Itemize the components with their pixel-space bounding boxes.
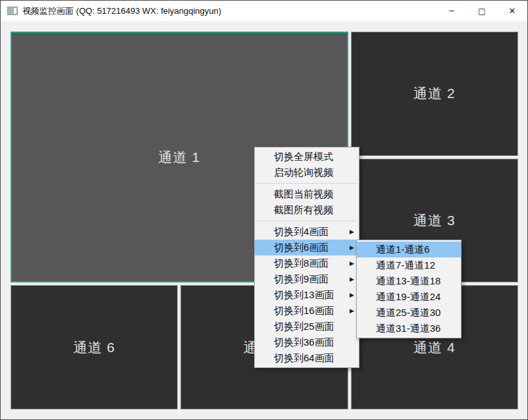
menu-item-snapshot-current[interactable]: 截图当前视频 [255, 186, 359, 202]
menu-item-label: 切换到25画面 [274, 321, 334, 332]
channel-label-4: 通道 4 [413, 338, 456, 357]
window-title: 视频监控画面 (QQ: 517216493 WX: feiyangqingyun… [22, 5, 221, 17]
channel-label-2: 通道 2 [413, 84, 456, 103]
menu-item-switch-13[interactable]: 切换到13画面 ▶ [255, 287, 359, 303]
menu-item-label: 切换全屏模式 [274, 151, 333, 162]
menu-item-switch-6[interactable]: 切换到6画面 ▶ [255, 240, 359, 255]
channel-label-6: 通道 6 [73, 338, 115, 357]
menu-item-label: 切换到9画面 [274, 273, 329, 284]
menu-item-switch-8[interactable]: 切换到8画面 ▶ [255, 255, 359, 271]
menu-item-switch-25[interactable]: 切换到25画面 [255, 319, 359, 334]
menu-item-snapshot-all[interactable]: 截图所有视频 [255, 202, 359, 218]
menu-item-label: 通道7-通道12 [376, 259, 435, 271]
submenu-item-ch13-ch18[interactable]: 通道13-通道18 [357, 273, 461, 289]
submenu-item-ch7-ch12[interactable]: 通道7-通道12 [357, 257, 461, 273]
menu-item-label: 切换到64画面 [274, 352, 334, 363]
menu-item-switch-36[interactable]: 切换到36画面 [255, 334, 359, 350]
menu-item-label: 启动轮询视频 [274, 167, 333, 178]
menu-item-switch-64[interactable]: 切换到64画面 [255, 350, 359, 366]
menu-item-toggle-fullscreen[interactable]: 切换全屏模式 [255, 149, 359, 165]
menu-item-switch-9[interactable]: 切换到9画面 ▶ [255, 271, 359, 287]
window-controls: ─ □ ✕ [436, 1, 527, 21]
app-icon [7, 7, 18, 15]
menu-item-label: 通道13-通道18 [376, 275, 440, 286]
channel-panel-6[interactable]: 通道 6 [11, 285, 178, 409]
menu-item-label: 切换到16画面 [274, 305, 334, 316]
maximize-button[interactable]: □ [467, 1, 497, 21]
menu-item-label: 通道19-通道24 [376, 291, 440, 302]
submenu-item-ch25-ch30[interactable]: 通道25-通道30 [357, 305, 461, 321]
menu-separator [256, 183, 357, 184]
submenu-arrow-icon: ▶ [350, 255, 354, 271]
menu-item-label: 通道1-通道6 [376, 244, 430, 255]
menu-item-label: 截图当前视频 [274, 188, 333, 199]
menu-item-switch-4[interactable]: 切换到4画面 ▶ [255, 224, 359, 240]
menu-item-label: 切换到8画面 [274, 257, 329, 269]
submenu-arrow-icon: ▶ [350, 303, 354, 319]
submenu-item-ch1-ch6[interactable]: 通道1-通道6 [357, 242, 461, 257]
menu-item-label: 切换到36画面 [274, 336, 334, 348]
minimize-button[interactable]: ─ [436, 1, 467, 21]
app-icon-pane [14, 8, 16, 14]
menu-item-label: 切换到6画面 [274, 242, 329, 253]
menu-item-label: 切换到13画面 [274, 289, 334, 300]
submenu-item-ch19-ch24[interactable]: 通道19-通道24 [357, 289, 461, 305]
submenu-item-ch31-ch36[interactable]: 通道31-通道36 [357, 321, 461, 336]
menu-item-switch-16[interactable]: 切换到16画面 ▶ [255, 303, 359, 319]
menu-item-label: 切换到4画面 [274, 226, 329, 237]
submenu-arrow-icon: ▶ [350, 271, 354, 287]
menu-separator [256, 221, 357, 221]
menu-item-label: 通道25-通道30 [376, 307, 440, 318]
submenu-arrow-icon: ▶ [350, 287, 354, 303]
app-window: 视频监控画面 (QQ: 517216493 WX: feiyangqingyun… [0, 0, 528, 420]
submenu-arrow-icon: ▶ [350, 240, 354, 255]
channel-label-1: 通道 1 [159, 148, 201, 167]
context-menu: 切换全屏模式 启动轮询视频 截图当前视频 截图所有视频 切换到4画面 ▶ 切换到… [254, 147, 359, 368]
submenu-arrow-icon: ▶ [350, 224, 354, 240]
menu-item-label: 截图所有视频 [274, 204, 333, 215]
title-bar[interactable]: 视频监控画面 (QQ: 517216493 WX: feiyangqingyun… [1, 1, 527, 21]
channel-label-3: 通道 3 [413, 211, 456, 230]
menu-item-label: 通道31-通道36 [376, 323, 440, 334]
channel-panel-2[interactable]: 通道 2 [351, 32, 518, 156]
close-button[interactable]: ✕ [497, 1, 527, 21]
channels-submenu: 通道1-通道6 通道7-通道12 通道13-通道18 通道19-通道24 通道2… [356, 240, 462, 338]
menu-item-start-polling[interactable]: 启动轮询视频 [255, 165, 359, 180]
